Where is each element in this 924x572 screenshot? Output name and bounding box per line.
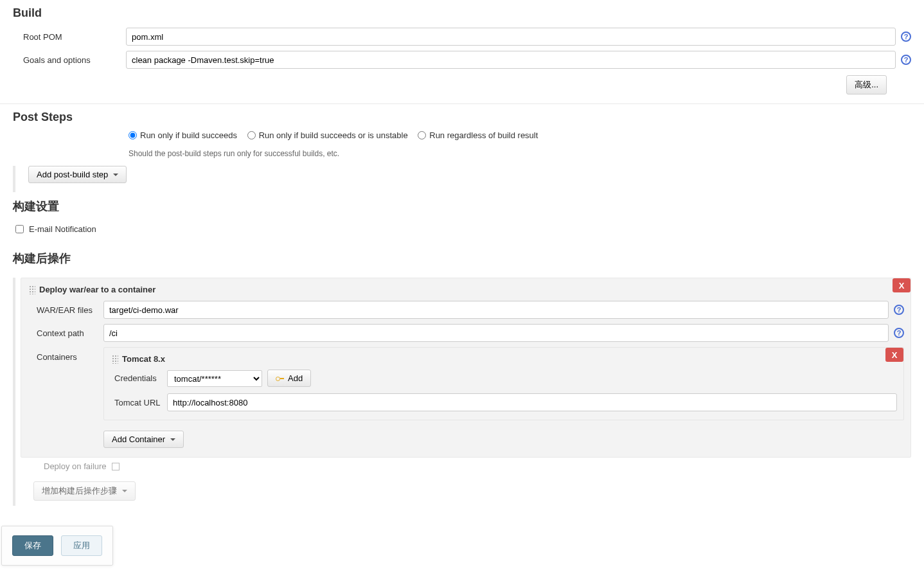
container-name: Tomcat 8.x bbox=[122, 354, 165, 364]
add-post-build-step-button[interactable]: Add post-build step bbox=[28, 166, 127, 183]
radio-succeeds-input[interactable] bbox=[129, 131, 137, 139]
war-input[interactable] bbox=[103, 301, 889, 319]
radio-unstable-label: Run only if build succeeds or is unstabl… bbox=[259, 130, 408, 140]
context-path-label: Context path bbox=[28, 328, 103, 338]
drag-handle-icon[interactable] bbox=[29, 285, 35, 294]
remove-deploy-button[interactable]: X bbox=[893, 278, 911, 292]
help-icon[interactable]: ? bbox=[894, 305, 904, 315]
help-icon[interactable]: ? bbox=[894, 328, 904, 338]
add-post-build-action-button[interactable]: 增加构建后操作步骤 bbox=[33, 481, 136, 501]
help-icon[interactable]: ? bbox=[901, 55, 911, 65]
goals-row: Goals and options ? bbox=[0, 48, 924, 71]
war-label: WAR/EAR files bbox=[28, 305, 103, 315]
radio-regardless-input[interactable] bbox=[418, 131, 426, 139]
radio-succeeds-label: Run only if build succeeds bbox=[140, 130, 237, 140]
context-path-input[interactable] bbox=[103, 324, 889, 342]
goals-input[interactable] bbox=[126, 51, 896, 69]
tomcat-container-block: X Tomcat 8.x Credentials tomcat/****** bbox=[103, 347, 904, 420]
build-section: Build Root POM ? Goals and options ? 高级.… bbox=[0, 0, 924, 103]
build-settings-title: 构建设置 bbox=[0, 192, 924, 219]
tomcat-url-input[interactable] bbox=[167, 393, 897, 411]
radio-succeeds[interactable]: Run only if build succeeds bbox=[129, 130, 237, 140]
radio-unstable-input[interactable] bbox=[247, 131, 256, 139]
add-credentials-button[interactable]: Add bbox=[267, 370, 311, 387]
containers-label: Containers bbox=[28, 347, 103, 362]
email-notification-toggle[interactable]: E-mail Notification bbox=[15, 224, 96, 234]
post-build-section: 构建后操作 X Deploy war/ear to a container WA… bbox=[0, 244, 924, 506]
add-container-button[interactable]: Add Container bbox=[103, 431, 184, 448]
checkbox-icon[interactable] bbox=[112, 463, 120, 470]
deploy-on-failure-row: Deploy on failure bbox=[15, 458, 911, 475]
post-steps-hint: Should the post-build steps run only for… bbox=[0, 145, 924, 166]
post-build-title: 构建后操作 bbox=[0, 244, 924, 271]
deploy-block: X Deploy war/ear to a container WAR/EAR … bbox=[13, 278, 911, 479]
radio-unstable[interactable]: Run only if build succeeds or is unstabl… bbox=[247, 130, 408, 140]
root-pom-input[interactable] bbox=[126, 28, 896, 46]
post-steps-title: Post Steps bbox=[0, 104, 924, 129]
email-notification-label: E-mail Notification bbox=[29, 224, 96, 234]
drag-handle-icon[interactable] bbox=[112, 355, 118, 364]
root-pom-label: Root POM bbox=[23, 32, 126, 42]
credentials-label: Credentials bbox=[111, 373, 167, 383]
credentials-select[interactable]: tomcat/****** bbox=[167, 370, 262, 387]
radio-regardless[interactable]: Run regardless of build result bbox=[418, 130, 538, 140]
build-settings-section: 构建设置 E-mail Notification bbox=[0, 192, 924, 244]
email-notification-checkbox[interactable] bbox=[15, 225, 24, 233]
help-icon[interactable]: ? bbox=[901, 31, 911, 42]
tomcat-url-label: Tomcat URL bbox=[111, 398, 167, 407]
root-pom-row: Root POM ? bbox=[0, 25, 924, 48]
build-title: Build bbox=[0, 0, 924, 25]
remove-container-button[interactable]: X bbox=[885, 348, 903, 362]
post-steps-section: Post Steps Run only if build succeeds Ru… bbox=[0, 104, 924, 192]
deploy-block-title: Deploy war/ear to a container bbox=[39, 285, 155, 294]
advanced-button[interactable]: 高级... bbox=[846, 75, 887, 94]
key-icon bbox=[276, 376, 285, 381]
goals-label: Goals and options bbox=[23, 55, 126, 65]
deploy-on-failure-label: Deploy on failure bbox=[44, 461, 107, 471]
add-credentials-label: Add bbox=[288, 373, 303, 383]
radio-regardless-label: Run regardless of build result bbox=[429, 130, 538, 140]
